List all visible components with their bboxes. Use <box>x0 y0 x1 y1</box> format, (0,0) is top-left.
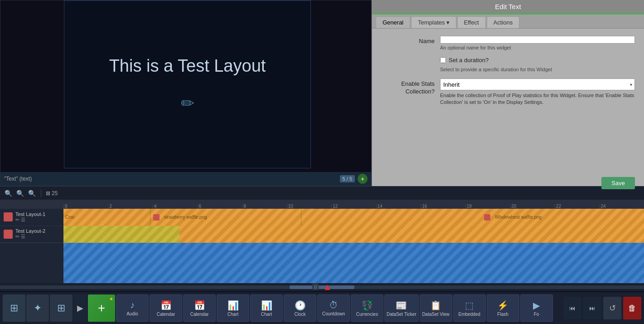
play-button[interactable]: ▶ <box>73 295 87 322</box>
flash-icon: ⚡ <box>497 300 508 311</box>
currencies-icon: 💱 <box>362 300 373 311</box>
preview-status-text: "Text" (text) <box>4 176 32 182</box>
stats-select-wrapper: Inherit On Off ▾ <box>440 79 635 90</box>
blue-track-stripe <box>63 243 644 283</box>
ruler-tick-8: 8 <box>242 204 287 209</box>
add-page-button[interactable]: + <box>358 174 368 184</box>
track-content-1: Croc strawberry waffle.png Wholewheat wa… <box>63 209 644 226</box>
segment-strawberry: strawberry waffle.png <box>164 215 207 220</box>
calendar-icon-1: 📅 <box>160 300 172 311</box>
edit-track-icon-2[interactable]: ✏ <box>15 234 19 240</box>
play-icon: ▶ <box>77 303 83 313</box>
delete-icon: 🗑 <box>628 304 636 313</box>
tab-templates[interactable]: Templates ▾ <box>411 16 456 28</box>
clock-icon: 🕐 <box>295 300 306 311</box>
undo-icon: ↺ <box>609 303 616 313</box>
add-widget-button[interactable]: ★ + <box>88 295 115 322</box>
name-label: Name <box>381 36 440 44</box>
name-input[interactable] <box>440 36 635 44</box>
star-icon: ★ <box>109 296 113 301</box>
settings-button[interactable]: ✦ <box>26 295 49 322</box>
currencies-widget-button[interactable]: 💱 Currencies <box>351 295 383 322</box>
name-hint: An optional name for this widget <box>440 45 635 50</box>
save-button[interactable]: Save <box>601 177 635 189</box>
chart-widget-button-2[interactable]: 📊 Chart <box>250 295 283 322</box>
countdown-widget-button[interactable]: ⏱ Countdown <box>317 295 350 322</box>
duration-checkbox[interactable] <box>440 57 446 63</box>
zoom-level: ⊠ 25 <box>46 190 58 196</box>
zoom-out-button[interactable]: 🔍 <box>27 189 36 198</box>
dataset-ticker-icon: 📰 <box>396 300 407 311</box>
prev-button[interactable]: ⏮ <box>563 297 581 319</box>
ruler-tick-0: 0 <box>63 204 108 209</box>
stats-label: Enable Stats Collection? <box>381 79 440 96</box>
track-label-2: Test Layout-2 ✏ ☰ <box>0 226 63 243</box>
toolbar-right: ⏮ ⏭ ↺ 🗑 <box>563 297 641 319</box>
ruler-tick-24: 24 <box>599 204 644 209</box>
preview-title: This is a Test Layout <box>109 56 266 76</box>
track-content-2 <box>63 226 644 243</box>
dataset-view-widget-button[interactable]: 📋 DataSet View <box>420 295 452 322</box>
tracks-area: Test Layout-1 ✏ ☰ Croc strawberry waf <box>0 209 644 283</box>
duration-hint: Select to provide a specific duration fo… <box>440 67 635 72</box>
tab-general[interactable]: General <box>376 16 410 28</box>
embedded-widget-button[interactable]: ⬚ Embedded <box>453 295 486 322</box>
img-indicator-1 <box>153 214 160 221</box>
blue-track-content <box>63 243 644 283</box>
ruler-tick-20: 20 <box>510 204 555 209</box>
edit-panel: Edit Text General Templates ▾ Effect Act… <box>372 0 644 186</box>
track-row-1: Test Layout-1 ✏ ☰ Croc strawberry waf <box>0 209 644 226</box>
edit-icon: ✏ <box>181 94 194 113</box>
tab-actions[interactable]: Actions <box>487 16 520 28</box>
calendar-widget-button-1[interactable]: 📅 Calendar <box>150 295 182 322</box>
track-label-1: Test Layout-1 ✏ ☰ <box>0 209 63 226</box>
layout-button[interactable]: ⊞ <box>3 295 25 322</box>
zoom-in-button[interactable]: 🔍 <box>4 189 13 198</box>
delete-button[interactable]: 🗑 <box>623 297 641 319</box>
fo-widget-button[interactable]: ▶ Fo <box>520 295 553 322</box>
duration-row: Set a duration? Select to provide a spec… <box>440 57 635 72</box>
dataset-ticker-widget-button[interactable]: 📰 DataSet Ticker <box>384 295 419 322</box>
track-name-1: Test Layout-1 <box>15 211 60 217</box>
chart-icon-1: 📊 <box>228 300 239 311</box>
ruler-tick-22: 22 <box>555 204 600 209</box>
audio-widget-button[interactable]: ♪ Audio <box>116 295 149 322</box>
save-btn-row: Save <box>601 177 635 189</box>
scroll-up-arrow: ▲ <box>323 282 332 291</box>
ruler-tick-10: 10 <box>287 204 332 209</box>
img-indicator-2 <box>484 214 490 221</box>
calendar-widget-button-2[interactable]: 📅 Calendar <box>183 295 216 322</box>
duration-label: Set a duration? <box>449 57 489 64</box>
edit-track-icon[interactable]: ✏ <box>15 217 19 223</box>
clock-widget-button[interactable]: 🕐 Clock <box>284 295 316 322</box>
name-row: Name An optional name for this widget <box>381 36 635 50</box>
list-track-icon-2[interactable]: ☰ <box>21 234 25 240</box>
track-icons-1: ✏ ☰ <box>15 217 60 223</box>
track-row-2: Test Layout-2 ✏ ☰ <box>0 226 644 243</box>
zoom-fit-button[interactable]: 🔍 <box>15 189 24 198</box>
grid-button[interactable]: ⊞ <box>50 295 73 322</box>
track-name-2: Test Layout-2 <box>15 228 60 234</box>
tab-effect[interactable]: Effect <box>457 16 486 28</box>
chart-widget-button-1[interactable]: 📊 Chart <box>217 295 249 322</box>
flash-widget-button[interactable]: ⚡ Flash <box>487 295 519 322</box>
layout-icon: ⊞ <box>10 302 18 314</box>
undo-button[interactable]: ↺ <box>603 297 621 319</box>
edit-panel-title: Edit Text <box>372 0 644 15</box>
chevron-down-icon: ▾ <box>446 19 450 26</box>
ruler-tick-14: 14 <box>376 204 421 209</box>
ruler-tick-4: 4 <box>153 204 198 209</box>
fo-icon: ▶ <box>533 300 540 311</box>
edit-panel-body: Name An optional name for this widget Se… <box>372 29 644 120</box>
blue-track-area <box>0 243 644 283</box>
ruler-tick-16: 16 <box>421 204 465 209</box>
next-icon: ⏭ <box>589 304 596 312</box>
scroll-indicator-left: ⊟ <box>312 284 319 290</box>
stats-select[interactable]: Inherit On Off <box>440 79 635 90</box>
ruler: 0 2 4 6 8 10 12 14 16 18 20 22 24 <box>0 200 644 209</box>
page-indicator: 5 / 5 <box>340 175 355 182</box>
next-button[interactable]: ⏭ <box>583 297 601 319</box>
plus-icon: + <box>98 301 105 315</box>
settings-icon: ✦ <box>34 302 42 314</box>
list-track-icon[interactable]: ☰ <box>21 217 25 223</box>
